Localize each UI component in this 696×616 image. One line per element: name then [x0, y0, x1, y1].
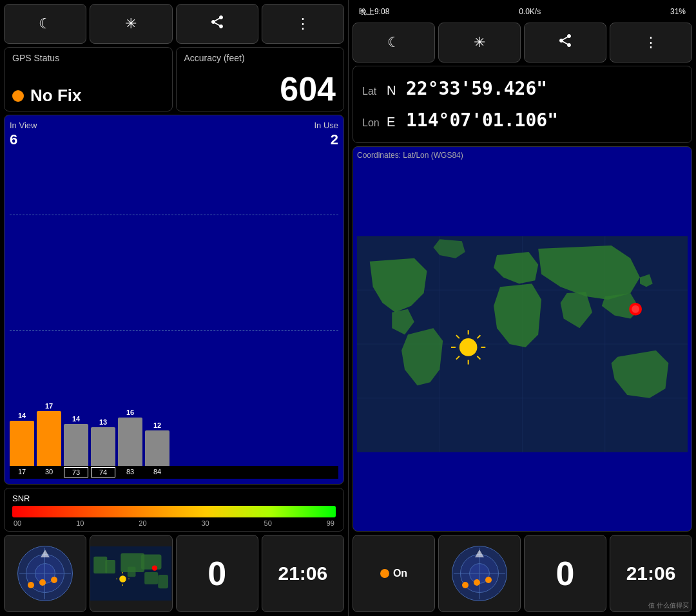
- moon-icon: ☾: [39, 15, 52, 32]
- bar-84: [145, 430, 169, 466]
- zero-widget-left[interactable]: 0: [176, 535, 258, 612]
- bar-snr-83: 16: [126, 409, 134, 416]
- sat-chart-header: In View In Use: [10, 120, 338, 130]
- bar-73: [64, 424, 88, 466]
- bar-id-73: 73: [64, 467, 88, 477]
- right-bottom-widgets: On 0 21:06 值 什么值得买: [353, 535, 692, 612]
- snr-gradient: [12, 506, 336, 517]
- radar-widget-left[interactable]: [4, 535, 86, 612]
- bar-id-30: 30: [37, 467, 61, 477]
- lon-value: 114°07'01.106": [406, 110, 558, 131]
- on-dot: [380, 569, 389, 578]
- moon-button[interactable]: ☾: [4, 4, 86, 44]
- in-view-label: In View: [10, 120, 37, 130]
- right-share-button[interactable]: [524, 23, 606, 63]
- status-battery: 31%: [670, 7, 686, 16]
- time-value-left: 21:06: [278, 563, 328, 584]
- star-button[interactable]: ✳: [90, 4, 172, 44]
- watermark: 值 什么值得买: [648, 601, 689, 610]
- world-map-box: Coordinates: Lat/Lon (WGS84): [353, 146, 692, 532]
- right-more-icon: ⋮: [644, 34, 658, 51]
- bars-container: 14 17 14 13 16: [10, 389, 338, 466]
- on-status-widget[interactable]: On: [353, 535, 435, 612]
- time-widget-right[interactable]: 21:06 值 什么值得买: [610, 535, 692, 612]
- snr-tick-99: 99: [327, 519, 334, 527]
- gps-status-box: GPS Status No Fix: [4, 47, 173, 111]
- bar-snr-74: 13: [99, 418, 107, 426]
- svg-rect-1: [94, 557, 108, 573]
- zero-widget-right[interactable]: 0: [524, 535, 606, 612]
- radar-display-left: [16, 544, 74, 602]
- svg-point-8: [152, 565, 157, 570]
- lon-row: Lon E 114°07'01.106": [362, 110, 682, 131]
- snr-ticks: 00 10 20 30 50 99: [12, 519, 336, 527]
- snr-tick-10: 10: [76, 519, 84, 527]
- time-widget-left[interactable]: 21:06: [262, 535, 344, 612]
- zero-value-right: 0: [556, 554, 575, 593]
- star-icon: ✳: [125, 15, 137, 32]
- accuracy-box: Accuracy (feet) 604: [176, 47, 345, 111]
- lat-row: Lat N 22°33'59.426": [362, 78, 682, 99]
- right-radar-dot-1: [462, 582, 469, 588]
- bar-id-17: 17: [10, 467, 34, 477]
- status-time: 晚上9:08: [359, 6, 389, 17]
- accuracy-value: 604: [184, 72, 336, 106]
- bar-group-74: 13: [91, 418, 115, 466]
- svg-point-31: [632, 305, 639, 313]
- right-radar-cross-h: [454, 573, 505, 573]
- snr-tick-30: 30: [201, 519, 209, 527]
- right-moon-button[interactable]: ☾: [353, 23, 435, 63]
- bar-83: [118, 418, 142, 466]
- bar-snr-84: 12: [153, 421, 161, 429]
- share-button[interactable]: [176, 4, 258, 44]
- left-toolbar: ☾ ✳ ⋮: [4, 4, 344, 44]
- right-radar-dot-2: [474, 579, 480, 586]
- svg-rect-5: [141, 555, 162, 570]
- status-row: GPS Status No Fix Accuracy (feet) 604: [4, 47, 344, 111]
- snr-label: SNR: [12, 494, 336, 503]
- lat-label: Lat: [362, 86, 382, 97]
- mini-map-svg: [90, 535, 171, 611]
- radar-widget-right[interactable]: [438, 535, 521, 612]
- status-speed: 0.0K/s: [519, 7, 541, 16]
- right-moon-icon: ☾: [387, 34, 400, 51]
- dashed-line-top: [10, 215, 338, 215]
- svg-point-21: [459, 338, 478, 356]
- gps-status-text: No Fix: [30, 86, 81, 106]
- map-mini-widget[interactable]: [90, 535, 172, 612]
- snr-tick-50: 50: [264, 519, 272, 527]
- gps-status-value: No Fix: [12, 86, 164, 106]
- svg-point-9: [119, 575, 126, 582]
- more-button[interactable]: ⋮: [262, 4, 344, 44]
- sat-bars-area: 14 17 14 13 16: [10, 148, 338, 479]
- lat-value: 22°33'59.426": [406, 78, 547, 99]
- map-mini-display: [90, 535, 171, 611]
- svg-rect-6: [144, 572, 158, 584]
- zero-value-left: 0: [208, 554, 226, 593]
- right-share-icon: [557, 33, 573, 52]
- bar-17: [10, 421, 34, 466]
- right-star-button[interactable]: ✳: [438, 23, 521, 63]
- bar-ids-row: 17 30 73 74 83 84: [10, 466, 338, 479]
- left-panel: ☾ ✳ ⋮ GPS Status No Fix Accuracy (feet): [0, 0, 348, 616]
- lon-label: Lon: [362, 117, 382, 129]
- right-radar-dot-3: [485, 577, 492, 583]
- bar-group-83: 16: [118, 409, 142, 466]
- svg-rect-7: [158, 575, 168, 588]
- right-panel: 晚上9:08 0.0K/s 31% ☾ ✳ ⋮ Lat N 22°33'59.4…: [348, 0, 696, 616]
- right-more-button[interactable]: ⋮: [610, 23, 692, 63]
- radar-display-right: [450, 544, 508, 602]
- dashed-line-mid: [10, 330, 338, 331]
- in-use-label: In Use: [314, 120, 338, 130]
- bar-snr-73: 14: [72, 415, 80, 423]
- world-map-title: Coordinates: Lat/Lon (WGS84): [357, 151, 688, 160]
- radar-cross-h: [19, 573, 71, 573]
- accuracy-label: Accuracy (feet): [184, 53, 336, 63]
- bar-snr-30: 17: [45, 402, 53, 410]
- bar-74: [91, 427, 115, 466]
- coord-box: Lat N 22°33'59.426" Lon E 114°07'01.106": [353, 66, 692, 143]
- status-bar: 晚上9:08 0.0K/s 31%: [353, 4, 692, 19]
- gps-status-label: GPS Status: [12, 53, 164, 63]
- bar-group-84: 12: [145, 421, 169, 466]
- bar-id-84: 84: [145, 467, 169, 477]
